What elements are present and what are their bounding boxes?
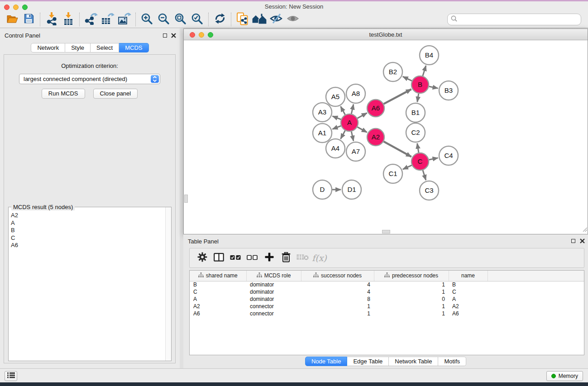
run-mcds-button[interactable]: Run MCDS xyxy=(42,89,85,99)
table-cell[interactable]: connector xyxy=(246,310,301,317)
table-cell[interactable]: A2 xyxy=(449,303,488,310)
table-cell[interactable]: A6 xyxy=(449,310,488,317)
table-cell[interactable] xyxy=(488,281,584,288)
left-splitter-handle[interactable] xyxy=(184,195,188,203)
graph-edge-B-B3[interactable] xyxy=(429,86,438,88)
graph-node-B[interactable]: B xyxy=(411,76,429,93)
search-box[interactable] xyxy=(447,14,581,25)
table-cell[interactable]: A xyxy=(449,295,488,303)
table-cell[interactable]: 8 xyxy=(301,295,374,303)
column-header-predecessor-nodes[interactable]: predecessor nodes xyxy=(374,271,449,281)
float-table-panel-icon[interactable] xyxy=(570,238,576,244)
tab-style[interactable]: Style xyxy=(65,43,91,52)
graph-node-A4[interactable]: A4 xyxy=(326,139,345,158)
graph-node-D1[interactable]: D1 xyxy=(342,180,361,199)
graph-node-A[interactable]: A xyxy=(341,114,358,131)
graph-edge-A-A6[interactable] xyxy=(358,113,367,119)
refresh-button[interactable] xyxy=(211,12,228,27)
tab-edge-table[interactable]: Edge Table xyxy=(347,357,389,366)
zoom-fit-button[interactable] xyxy=(172,12,189,27)
graph-node-C1[interactable]: C1 xyxy=(383,164,402,183)
mcds-result-item[interactable]: A6 xyxy=(11,242,165,249)
graph-node-A8[interactable]: A8 xyxy=(346,84,365,103)
tab-motifs[interactable]: Motifs xyxy=(438,357,466,366)
close-view-button[interactable] xyxy=(190,32,195,38)
graph-edge-A-A5[interactable] xyxy=(340,106,345,114)
show-panels-button[interactable] xyxy=(5,371,17,381)
graph-node-C[interactable]: C xyxy=(411,153,429,170)
table-row[interactable]: A2connector11A2 xyxy=(190,303,584,310)
table-cell[interactable]: 0 xyxy=(374,295,449,303)
graph-edge-A-A1[interactable] xyxy=(332,126,341,129)
import-network-button[interactable] xyxy=(43,12,60,27)
graph-node-C2[interactable]: C2 xyxy=(406,123,425,142)
graph-node-A3[interactable]: A3 xyxy=(313,103,332,122)
clone-network-button[interactable] xyxy=(234,12,251,27)
table-cell[interactable]: dominator xyxy=(246,295,301,303)
table-cell[interactable] xyxy=(488,310,584,317)
zoom-selected-button[interactable] xyxy=(189,12,206,27)
graph-edge-C-C2[interactable] xyxy=(417,143,419,153)
resize-grip-icon[interactable] xyxy=(582,225,587,234)
table-row[interactable]: Adominator80A xyxy=(190,295,584,303)
delete-column-button[interactable] xyxy=(277,250,294,266)
search-input[interactable] xyxy=(459,16,578,23)
close-panel-button[interactable]: Close panel xyxy=(93,89,138,99)
table-row[interactable]: Cdominator41C xyxy=(190,288,584,295)
add-column-button[interactable] xyxy=(261,250,277,266)
table-cell[interactable]: connector xyxy=(246,303,301,310)
close-panel-icon[interactable] xyxy=(171,33,177,38)
graph-node-D[interactable]: D xyxy=(313,180,332,199)
table-cell[interactable]: 1 xyxy=(374,303,449,310)
network-canvas[interactable]: AA1A2A3A4A5A6A7A8BB1B2B3B4CC1C2C3C4DD1 xyxy=(184,41,588,234)
graph-node-C4[interactable]: C4 xyxy=(439,146,458,165)
network-window-titlebar[interactable]: testGlobe.txt xyxy=(184,29,588,40)
table-row[interactable]: A6connector11A6 xyxy=(190,310,584,317)
graph-edge-C-C4[interactable] xyxy=(429,158,438,160)
minimize-window-button[interactable] xyxy=(13,5,19,10)
graph-node-A2[interactable]: A2 xyxy=(367,129,384,146)
graph-edge-B-B2[interactable] xyxy=(403,76,412,81)
export-image-button[interactable] xyxy=(116,12,133,27)
close-window-button[interactable] xyxy=(4,5,10,10)
table-settings-button[interactable] xyxy=(194,250,210,266)
apply-function-button[interactable]: f(x) xyxy=(311,250,328,266)
table-cell[interactable]: 1 xyxy=(301,303,374,310)
graph-edge-A-A4[interactable] xyxy=(340,131,345,139)
import-table-button[interactable] xyxy=(60,12,76,27)
graph-edge-A-A8[interactable] xyxy=(351,104,354,114)
table-cell[interactable]: 1 xyxy=(374,288,449,295)
close-table-panel-icon[interactable] xyxy=(579,238,585,244)
select-all-button[interactable] xyxy=(227,250,244,266)
deselect-all-button[interactable] xyxy=(244,250,261,266)
graph-edge-C-C1[interactable] xyxy=(403,165,412,169)
minimize-view-button[interactable] xyxy=(199,32,204,38)
graph-node-C3[interactable]: C3 xyxy=(420,181,439,200)
bottom-splitter-handle[interactable] xyxy=(382,230,390,234)
graph-node-B4[interactable]: B4 xyxy=(420,46,439,65)
mcds-result-item[interactable]: B xyxy=(11,227,165,234)
table-cell[interactable]: A2 xyxy=(190,303,246,310)
float-panel-icon[interactable] xyxy=(162,33,168,38)
open-file-button[interactable] xyxy=(4,12,20,27)
hide-selected-button[interactable] xyxy=(268,12,284,27)
table-cell[interactable]: 1 xyxy=(374,310,449,317)
column-header-name[interactable]: name xyxy=(449,271,488,281)
tab-mcds[interactable]: MCDS xyxy=(119,43,148,52)
tab-select[interactable]: Select xyxy=(91,43,119,52)
table-cell[interactable]: 4 xyxy=(301,288,374,295)
save-session-button[interactable] xyxy=(20,12,37,27)
zoom-out-button[interactable] xyxy=(155,12,172,27)
graph-node-B3[interactable]: B3 xyxy=(439,81,458,100)
graph-node-A1[interactable]: A1 xyxy=(313,124,332,143)
memory-button[interactable]: Memory xyxy=(546,371,583,381)
graph-edge-B-B1[interactable] xyxy=(417,94,419,102)
graph-edge-B-B4[interactable] xyxy=(423,66,426,76)
graph-node-A6[interactable]: A6 xyxy=(367,100,384,117)
first-neighbors-button[interactable] xyxy=(251,12,268,27)
graph-edge-C-C3[interactable] xyxy=(423,170,426,180)
result-scrollbar[interactable] xyxy=(165,207,171,361)
table-row[interactable]: Bdominator41B xyxy=(190,281,584,288)
table-cell[interactable]: B xyxy=(190,281,246,288)
table-cell[interactable]: 1 xyxy=(301,310,374,317)
